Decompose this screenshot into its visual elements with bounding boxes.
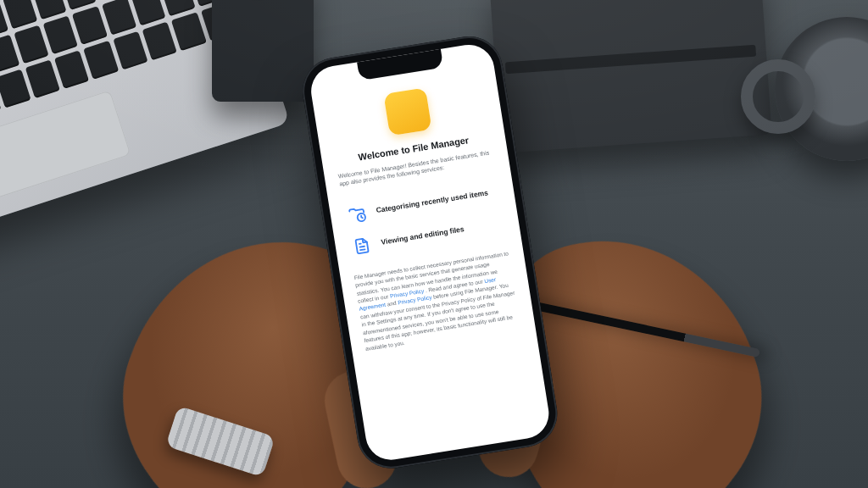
feature-label: Viewing and editing files <box>381 225 465 247</box>
folder-clock-icon <box>346 203 367 225</box>
mug-prop <box>775 17 868 161</box>
file-edit-icon <box>351 235 372 256</box>
legal-part: before using File Manager. You can withd… <box>360 282 515 351</box>
legal-text: File Manager needs to collect necessary … <box>353 249 521 352</box>
app-icon <box>383 87 431 136</box>
desk-scene: Welcome to File Manager Welcome to File … <box>0 0 868 488</box>
feature-label: Categorising recently used items <box>376 188 489 215</box>
plant-pot-prop <box>212 0 314 102</box>
notebook-prop <box>489 0 771 153</box>
feature-row-view-edit: Viewing and editing files <box>351 214 503 257</box>
